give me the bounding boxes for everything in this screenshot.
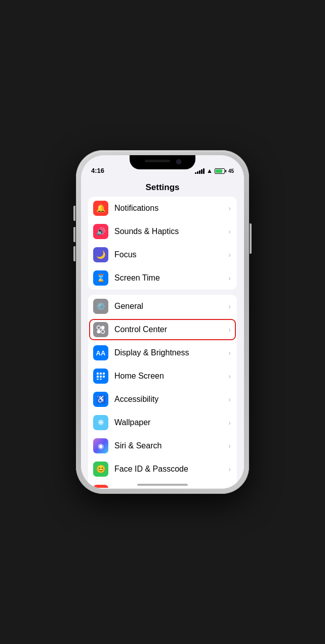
chevron-siri: ›: [228, 442, 231, 450]
chevron-general: ›: [228, 302, 231, 310]
screen-time-label: Screen Time: [114, 273, 228, 283]
accessibility-label: Accessibility: [114, 395, 228, 404]
settings-row-siri[interactable]: ◉ Siri & Search ›: [88, 434, 237, 457]
svg-point-1: [101, 326, 105, 330]
svg-rect-6: [103, 373, 105, 375]
settings-list[interactable]: 🔔 Notifications › 🔊 Sounds & Haptics ›: [81, 197, 244, 488]
display-icon: AA: [93, 345, 108, 360]
status-time: 4:16: [91, 167, 104, 174]
siri-icon: ◉: [93, 438, 108, 453]
settings-row-accessibility[interactable]: ♿ Accessibility ›: [88, 388, 237, 411]
focus-label: Focus: [114, 250, 228, 259]
wifi-icon: ▲: [207, 167, 213, 174]
home-screen-label: Home Screen: [114, 372, 228, 381]
display-label: Display & Brightness: [114, 348, 228, 357]
status-icons: ▲ 45: [195, 167, 234, 174]
settings-row-wallpaper[interactable]: ❋ Wallpaper ›: [88, 411, 237, 434]
settings-row-home-screen[interactable]: Home Screen ›: [88, 364, 237, 388]
camera: [176, 159, 181, 164]
settings-row-sounds[interactable]: 🔊 Sounds & Haptics ›: [88, 220, 237, 243]
general-label: General: [114, 302, 228, 311]
control-center-label: Control Center: [114, 325, 228, 334]
svg-rect-4: [97, 373, 99, 375]
svg-rect-5: [100, 373, 102, 375]
chevron-faceid: ›: [228, 465, 231, 473]
chevron-notifications: ›: [228, 204, 231, 212]
siri-label: Siri & Search: [114, 441, 228, 450]
chevron-home-screen: ›: [228, 372, 231, 380]
screen-content: Settings 🔔 Notifications › 🔊: [81, 177, 244, 489]
svg-rect-11: [100, 379, 102, 380]
chevron-screen-time: ›: [228, 274, 231, 282]
settings-row-notifications[interactable]: 🔔 Notifications ›: [88, 197, 237, 220]
chevron-accessibility: ›: [228, 395, 231, 403]
sounds-label: Sounds & Haptics: [114, 227, 228, 236]
svg-rect-10: [97, 379, 99, 380]
control-center-icon: [93, 322, 108, 337]
chevron-display: ›: [228, 349, 231, 357]
phone-frame: 4:16 ▲ 45: [76, 150, 249, 494]
svg-point-3: [101, 330, 105, 334]
speaker: [145, 160, 170, 162]
accessibility-icon: ♿: [93, 392, 108, 407]
svg-rect-7: [97, 376, 99, 378]
notch: [130, 155, 195, 169]
section-general: ⚙️ General ›: [88, 295, 237, 488]
settings-row-general[interactable]: ⚙️ General ›: [88, 295, 237, 318]
settings-row-control-center[interactable]: Control Center ›: [88, 318, 237, 341]
settings-row-faceid[interactable]: 😊 Face ID & Passcode ›: [88, 457, 237, 481]
svg-point-0: [97, 326, 101, 330]
battery-icon: 45: [215, 168, 234, 174]
chevron-sounds: ›: [228, 227, 231, 236]
sounds-icon: 🔊: [93, 224, 108, 239]
notifications-label: Notifications: [114, 204, 228, 213]
settings-row-screen-time[interactable]: ⌛ Screen Time ›: [88, 266, 237, 290]
chevron-control-center: ›: [228, 326, 231, 334]
faceid-icon: 😊: [93, 462, 108, 477]
svg-rect-9: [103, 376, 105, 378]
screen-time-icon: ⌛: [93, 270, 108, 286]
battery-level: 45: [228, 168, 234, 174]
general-icon: ⚙️: [93, 299, 108, 314]
svg-rect-8: [100, 376, 102, 378]
wallpaper-label: Wallpaper: [114, 418, 228, 427]
notifications-icon: 🔔: [93, 201, 108, 216]
focus-icon: 🌙: [93, 247, 108, 262]
settings-row-focus[interactable]: 🌙 Focus ›: [88, 243, 237, 266]
chevron-focus: ›: [228, 251, 231, 259]
svg-point-2: [97, 330, 101, 334]
faceid-label: Face ID & Passcode: [114, 465, 228, 474]
wallpaper-icon: ❋: [93, 415, 108, 430]
signal-icon: [195, 168, 205, 174]
settings-row-display[interactable]: AA Display & Brightness ›: [88, 341, 237, 364]
section-notifications: 🔔 Notifications › 🔊 Sounds & Haptics ›: [88, 197, 237, 290]
home-indicator: [137, 484, 188, 486]
sos-icon: SOS: [93, 485, 108, 488]
home-screen-icon: [93, 369, 108, 384]
chevron-wallpaper: ›: [228, 419, 231, 427]
phone-screen: 4:16 ▲ 45: [81, 155, 244, 489]
page-title: Settings: [81, 177, 244, 197]
